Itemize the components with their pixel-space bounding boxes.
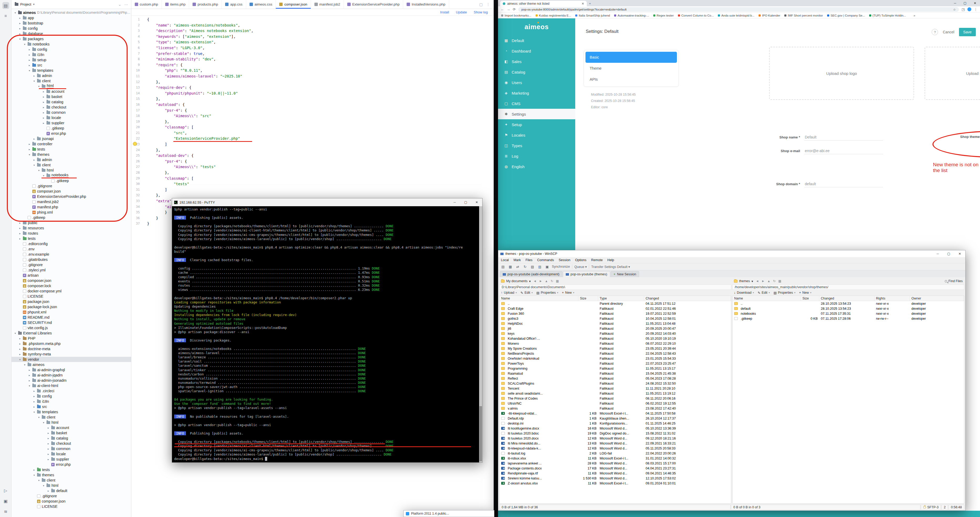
file-row[interactable]: OneNote'i märkmikudFailikaust23.01.2025 … (500, 356, 731, 361)
sidebar-item-dashboard[interactable]: ◔Dashboard (498, 46, 575, 56)
home-icon[interactable]: ▦ (778, 279, 781, 283)
tree-item-html[interactable]: ▾html (11, 168, 131, 173)
toolbar-icon-1[interactable]: ▦ (508, 264, 513, 269)
bookmark-item[interactable]: Convert Column to Co... (678, 14, 714, 17)
file-row[interactable]: TencentFailikaust11.11.2021 20:28:10 (500, 386, 731, 391)
tree-item-packages[interactable]: ▾packages (11, 36, 131, 41)
minimize-button[interactable]: ─ (932, 250, 943, 257)
tree-item-composer.json[interactable]: {}composer.json (11, 499, 131, 504)
tree-item-SECURITY.md[interactable]: MSECURITY.md (11, 320, 131, 325)
tree-item-html[interactable]: ▾html (11, 420, 131, 425)
menu-local[interactable]: Local (501, 258, 509, 262)
toolbar-icon-4[interactable]: ▧ (530, 264, 535, 269)
tree-item-ExtensionServiceProvider.php[interactable]: PExtensionServiceProvider.php (11, 194, 131, 199)
editor-tab-app.css[interactable]: app.css (222, 0, 246, 9)
winscp-titlebar[interactable]: themes - pop-os-youtube - WinSCP ─ ▢ ✕ (498, 250, 965, 257)
tree-item-phing.xml[interactable]: <>phing.xml (11, 210, 131, 215)
tree-item-composer.json[interactable]: {}composer.json (11, 278, 131, 283)
maximize-button[interactable]: ▢ (460, 198, 471, 206)
tree-item-notebooks[interactable]: ▾notebooks (11, 41, 131, 47)
tree-item-.gitignore[interactable]: .gitignore (11, 183, 131, 189)
tree-item-client[interactable]: ▾client (11, 415, 131, 420)
file-row[interactable]: WIti luuletus 2020.docx12 KBMicrosoft Wo… (500, 436, 731, 441)
address-bar[interactable]: pop-os-youtube:8000/admin/default/jqadm/… (518, 7, 959, 12)
notification-action-update[interactable]: Update (456, 10, 467, 14)
tree-item-error.php[interactable]: Perror.php (11, 462, 131, 467)
file-row[interactable]: RaamatudFailikaust15.04.2025 21:45:38 (500, 371, 731, 376)
subnav-item-theme[interactable]: Theme (585, 63, 677, 74)
file-row[interactable]: Fusion 360Failikaust19.07.2021 22:52:59 (500, 311, 731, 316)
new-tab-button[interactable]: + (587, 2, 593, 6)
browser-tab[interactable]: aimeos: other theme not listed ✕ (500, 1, 587, 6)
file-row[interactable]: Craft EdgeFailikaust02.01.2022 22:51:46 (500, 306, 731, 311)
tree-item-ai-admin-jsonadm[interactable]: ▸ai-admin-jsonadm (11, 378, 131, 383)
tree-item-src[interactable]: ▸src (11, 404, 131, 409)
browser-menu-icon[interactable]: ⋮ (974, 7, 977, 11)
column-header-type[interactable]: Type (598, 296, 644, 301)
menu-session[interactable]: Session (559, 258, 570, 262)
column-header-name[interactable]: Name (500, 296, 578, 301)
tree-item-default[interactable]: ▸default (11, 488, 131, 493)
column-header-name[interactable]: Name (733, 296, 801, 301)
notification-action-show-log[interactable]: Show log (474, 10, 488, 14)
tree-item-config[interactable]: ▸config (11, 26, 131, 31)
tree-item-ai-client-html[interactable]: ▾ai-client-html (11, 383, 131, 388)
project-tool-button[interactable]: Project ▾ ⌄⋯ (11, 0, 131, 9)
maximize-button[interactable]: ▢ (943, 250, 954, 257)
tree-item-ai-admin-jqadm[interactable]: ▸ai-admin-jqadm (11, 372, 131, 378)
editor-tab-products.php[interactable]: products.php (189, 0, 222, 9)
subnav-item-basic[interactable]: Basic (585, 52, 677, 63)
tree-item-.gitattributes[interactable]: .gitattributes (11, 257, 131, 262)
menu-commands[interactable]: Commands (537, 258, 554, 262)
close-button[interactable]: ✕ (970, 1, 980, 5)
tree-item-i18n[interactable]: ▸i18n (11, 52, 131, 57)
remote-dir-selector[interactable]: themes▾ (734, 279, 753, 283)
column-header-rights[interactable]: Rights (874, 296, 910, 301)
file-row[interactable]: XZ-skoori arvutus.xlsx11 KBMicrosoft Exc… (500, 481, 731, 486)
tree-item-supplier[interactable]: ▸supplier (11, 457, 131, 462)
home-icon[interactable]: ▦ (556, 279, 559, 283)
tree-item-setup[interactable]: ▸setup (11, 57, 131, 62)
properties-button[interactable]: ▤Properties▾ (536, 291, 558, 295)
file-row[interactable]: desktop.ini1 KBKonfiguratsioonis...01.11… (500, 421, 731, 426)
sidebar-item-sales[interactable]: ◧Sales (498, 56, 575, 67)
tree-item-src[interactable]: ▸src (11, 62, 131, 68)
file-row[interactable]: Default.rdp1 KBKaugtöölaua ühen...26.10.… (500, 416, 731, 421)
terminal-scrollbar[interactable] (479, 206, 482, 462)
sidebar-item-default[interactable]: ▦Default (498, 35, 575, 46)
sidebar-item-settings[interactable]: ✱Settings (498, 109, 575, 119)
file-row[interactable]: selle arvuti seadistami...Failikaust11.0… (500, 391, 731, 396)
file-row[interactable]: Xiti-robux.xlsx11 KBMicrosoft Excel-i t.… (500, 456, 731, 461)
tree-item-.styleci.yml[interactable]: .styleci.yml (11, 267, 131, 273)
toolbar-icon-2[interactable]: ⇄ (515, 264, 520, 269)
cancel-button[interactable]: Cancel (943, 30, 954, 34)
column-header-changed[interactable]: Changed (644, 296, 731, 301)
tree-item-LICENSE[interactable]: LICENSE (11, 504, 131, 509)
tree-item-.gitignore[interactable]: .gitignore (11, 493, 131, 499)
file-row[interactable]: WIti Mira nimesildid.do...13 KBMicrosoft… (500, 441, 731, 446)
collapse-all-icon[interactable]: ⌄ (118, 2, 121, 6)
tree-item-supplier[interactable]: ▸supplier (11, 120, 131, 126)
file-row[interactable]: WIti-kleepsud-nädala-k...12 KBMicrosoft … (500, 446, 731, 451)
tree-item-.gitkeep[interactable]: .gitkeep (11, 215, 131, 220)
tree-item-.env[interactable]: .env (11, 247, 131, 252)
help-button[interactable]: ? (932, 29, 938, 35)
sidebar-item-log[interactable]: ≣Log (498, 151, 575, 161)
file-row[interactable]: WSireleni kümme katsu...1 530 KBMicrosof… (500, 476, 731, 481)
close-button[interactable]: ✕ (471, 198, 482, 206)
file-row[interactable]: ..28.10.2025 13:54:23rwxr-xr-xdeveloper (733, 301, 964, 306)
tree-item-vite.config.js[interactable]: vite.config.js (11, 325, 131, 331)
tree-item-artisan[interactable]: Partisan (11, 273, 131, 278)
back-icon[interactable]: ◄ (533, 279, 537, 283)
tree-item-admin[interactable]: ▸admin (11, 157, 131, 162)
file-row[interactable]: SCALCraftPluginsFailikaust24.08.2022 15:… (500, 381, 731, 386)
editor-tab-items.php[interactable]: items.php (162, 0, 189, 9)
editor-tab-manifest.jsb2[interactable]: manifest.jsb2 (311, 0, 344, 9)
tree-item-.gitkeep[interactable]: .gitkeep (11, 126, 131, 131)
tree-item-checkout[interactable]: ▸checkout (11, 441, 131, 446)
tree-item-locale[interactable]: ▸locale (11, 115, 131, 120)
file-row[interactable]: keysFailikaust20.09.2022 14:03:40 (500, 331, 731, 336)
tree-item-templates[interactable]: ▾templates (11, 68, 131, 73)
forward-icon[interactable]: ► (539, 279, 542, 283)
file-row[interactable]: v.almisFailikaust23.08.2022 17:42:40 (500, 406, 731, 411)
